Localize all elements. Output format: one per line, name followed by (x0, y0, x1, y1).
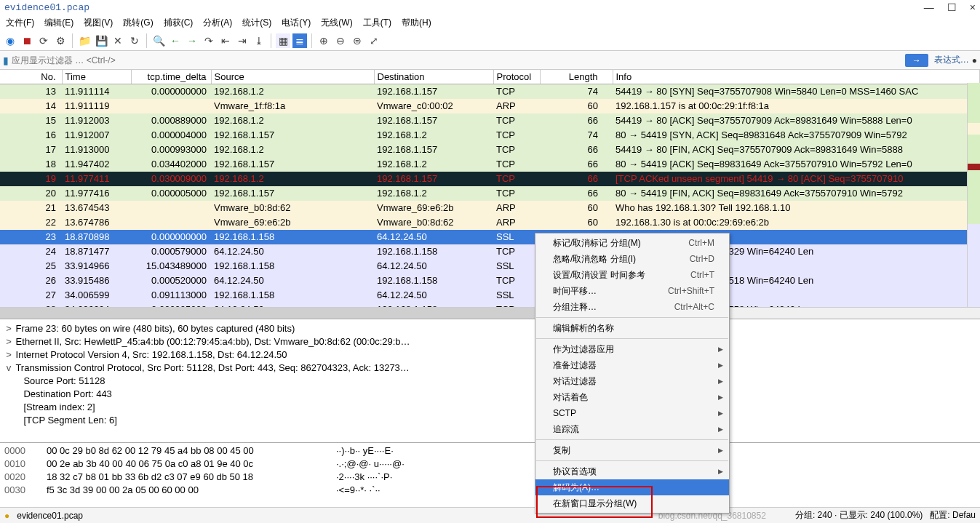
go-forward-icon[interactable]: → (185, 33, 199, 48)
packet-row[interactable]: 2318.8708980.000000000192.168.1.15864.12… (0, 230, 980, 244)
detail-line[interactable]: > Frame 23: 60 bytes on wire (480 bits),… (4, 322, 976, 335)
packet-row[interactable]: 2533.91496615.043489000192.168.1.15864.1… (0, 259, 980, 274)
packet-row[interactable]: 2418.8714770.00057900064.12.24.50192.168… (0, 244, 980, 259)
menu-item[interactable]: 跳转(G) (120, 15, 156, 31)
column-header[interactable]: Time (62, 70, 131, 84)
packet-row[interactable]: 1911.9774110.030009000192.168.1.2192.168… (0, 172, 980, 186)
detail-line[interactable]: [Stream index: 2] (4, 401, 976, 414)
column-header[interactable]: tcp.time_delta (131, 70, 211, 84)
context-menu-item[interactable]: 编辑解析的名称 (535, 320, 729, 336)
resize-columns-icon[interactable]: ⤢ (367, 33, 381, 48)
detail-line[interactable]: [TCP Segment Len: 6] (4, 414, 976, 427)
go-last-icon[interactable]: ⇥ (235, 33, 250, 48)
context-menu-item[interactable]: 复制 (535, 442, 729, 458)
menu-item[interactable]: 编辑(E) (41, 15, 76, 31)
display-filter-input[interactable] (12, 55, 905, 65)
column-header-row[interactable]: No.Timetcp.time_deltaSourceDestinationPr… (0, 70, 980, 84)
column-header[interactable]: Info (613, 70, 980, 84)
hex-row[interactable]: 001000 2e ab 3b 40 00 40 06 75 0a c0 a8 … (4, 458, 976, 471)
menu-item[interactable]: 电话(Y) (279, 15, 314, 31)
capture-options-icon[interactable]: ⚙ (53, 33, 68, 48)
detail-line[interactable]: > Internet Protocol Version 4, Src: 192.… (4, 348, 976, 362)
expression-button[interactable]: 表达式… (934, 54, 969, 66)
horizontal-scrollbar[interactable] (0, 307, 980, 319)
save-file-icon[interactable]: 💾 (94, 33, 108, 48)
autoscroll-icon[interactable]: ⤓ (252, 33, 266, 48)
detail-line[interactable]: v Transmission Control Protocol, Src Por… (4, 362, 976, 375)
detail-line[interactable]: Source Port: 51128 (4, 375, 976, 388)
menu-bar: 文件(F)编辑(E)视图(V)跳转(G)捕获(C)分析(A)统计(S)电话(Y)… (0, 15, 980, 31)
profile-label[interactable]: 配置: Defau (930, 509, 976, 522)
packet-row[interactable]: 2213.674786Vmware_69:e6:2bVmware_b0:8d:6… (0, 215, 980, 230)
detail-line[interactable]: Destination Port: 443 (4, 388, 976, 401)
menu-item[interactable]: 工具(T) (360, 15, 394, 31)
context-menu-item[interactable]: 解码为(A)… (535, 479, 729, 495)
packet-row[interactable]: 1511.9120030.000889000192.168.1.2192.168… (0, 113, 980, 128)
minimize-button[interactable]: — (924, 1, 934, 13)
menu-item[interactable]: 捕获(C) (161, 15, 196, 31)
zoom-in-icon[interactable]: ⊕ (316, 33, 331, 48)
menu-item[interactable]: 帮助(H) (399, 15, 434, 31)
go-first-icon[interactable]: ⇤ (218, 33, 233, 48)
menu-item[interactable]: 文件(F) (3, 15, 37, 31)
column-header[interactable]: Source (211, 70, 374, 84)
go-back-icon[interactable]: ← (168, 33, 183, 48)
context-menu-item[interactable]: 追踪流 (535, 421, 729, 437)
intelligent-scrollbar[interactable] (967, 83, 980, 307)
context-menu-item[interactable]: SCTP (535, 405, 729, 421)
context-menu-item[interactable]: 作为过滤器应用 (535, 341, 729, 357)
context-menu-item[interactable]: 在新窗口显示分组(W) (535, 495, 729, 511)
context-menu-item[interactable]: 协议首选项 (535, 463, 729, 479)
menu-item[interactable]: 无线(W) (318, 15, 355, 31)
find-icon[interactable]: 🔍 (151, 33, 166, 48)
context-menu-item[interactable]: 准备过滤器 (535, 357, 729, 373)
goto-packet-icon[interactable]: ↷ (202, 33, 216, 48)
column-header[interactable]: Protocol (493, 70, 540, 84)
reload-icon[interactable]: ↻ (127, 33, 142, 48)
bookmark-icon[interactable]: ▮ (3, 55, 9, 66)
column-header[interactable]: Destination (374, 70, 493, 84)
toolbar: ◉ ⏹ ⟳ ⚙ 📁 💾 ✕ ↻ 🔍 ← → ↷ ⇤ ⇥ ⤓ ▦ ≣ ⊕ ⊖ ⊜ … (0, 31, 980, 51)
context-menu-item[interactable]: 设置/取消设置 时间参考Ctrl+T (535, 267, 729, 283)
close-file-icon[interactable]: ✕ (111, 33, 125, 48)
context-menu-item[interactable]: 标记/取消标记 分组(M)Ctrl+M (535, 235, 729, 251)
apply-filter-button[interactable]: → (905, 54, 928, 67)
filter-history-button[interactable]: ● (972, 55, 977, 65)
close-button[interactable]: × (970, 1, 976, 13)
hex-row[interactable]: 002018 32 c7 b8 01 bb 33 6b d2 c3 07 e9 … (4, 471, 976, 484)
packet-row[interactable]: 2113.674543Vmware_b0:8d:62Vmware_69:e6:2… (0, 201, 980, 215)
start-capture-icon[interactable]: ◉ (3, 33, 17, 48)
context-menu-item[interactable]: 时间平移…Ctrl+Shift+T (535, 283, 729, 299)
hex-row[interactable]: 0030f5 3c 3d 39 00 00 2a 05 00 60 00 00·… (4, 484, 976, 497)
context-menu-item[interactable]: 对话着色 (535, 389, 729, 405)
maximize-button[interactable]: ☐ (947, 1, 957, 13)
colorize-icon[interactable]: ▦ (276, 33, 290, 48)
hex-row[interactable]: 000000 0c 29 b0 8d 62 00 12 79 45 a4 bb … (4, 444, 976, 458)
open-file-icon[interactable]: 📁 (77, 33, 92, 48)
packet-row[interactable]: 1311.9111140.000000000192.168.1.2192.168… (0, 84, 980, 99)
restart-capture-icon[interactable]: ⟳ (36, 33, 51, 48)
column-header[interactable]: Length (540, 70, 613, 84)
packet-row[interactable]: 1411.911119Vmware_1f:f8:1aVmware_c0:00:0… (0, 99, 980, 113)
context-menu-item[interactable]: 分组注释…Ctrl+Alt+C (535, 299, 729, 315)
zoom-reset-icon[interactable]: ⊜ (350, 33, 364, 48)
auto-resize-icon[interactable]: ≣ (292, 33, 307, 48)
stop-capture-icon[interactable]: ⏹ (20, 33, 34, 48)
detail-line[interactable]: > Ethernet II, Src: HewlettP_45:a4:bb (0… (4, 335, 976, 348)
packet-row[interactable]: 2633.9154860.00052000064.12.24.50192.168… (0, 274, 980, 288)
context-menu-item[interactable]: 忽略/取消忽略 分组(I)Ctrl+D (535, 251, 729, 267)
column-header[interactable]: No. (0, 70, 62, 84)
packet-row[interactable]: 1811.9474020.034402000192.168.1.157192.1… (0, 157, 980, 172)
menu-item[interactable]: 分析(A) (200, 15, 235, 31)
zoom-out-icon[interactable]: ⊖ (333, 33, 348, 48)
packet-row[interactable]: 2834.0066040.00000500064.12.24.50192.168… (0, 303, 980, 308)
packet-row[interactable]: 2011.9774160.000005000192.168.1.157192.1… (0, 186, 980, 201)
packet-row[interactable]: 2734.0065990.091113000192.168.1.15864.12… (0, 288, 980, 303)
menu-item[interactable]: 视图(V) (81, 15, 116, 31)
packet-bytes-pane[interactable]: 000000 0c 29 b0 8d 62 00 12 79 45 a4 bb … (0, 442, 980, 508)
packet-details-pane[interactable]: > Frame 23: 60 bytes on wire (480 bits),… (0, 319, 980, 442)
context-menu-item[interactable]: 对话过滤器 (535, 373, 729, 389)
menu-item[interactable]: 统计(S) (239, 15, 274, 31)
packet-row[interactable]: 1611.9120070.000004000192.168.1.157192.1… (0, 128, 980, 143)
packet-row[interactable]: 1711.9130000.000993000192.168.1.2192.168… (0, 143, 980, 157)
